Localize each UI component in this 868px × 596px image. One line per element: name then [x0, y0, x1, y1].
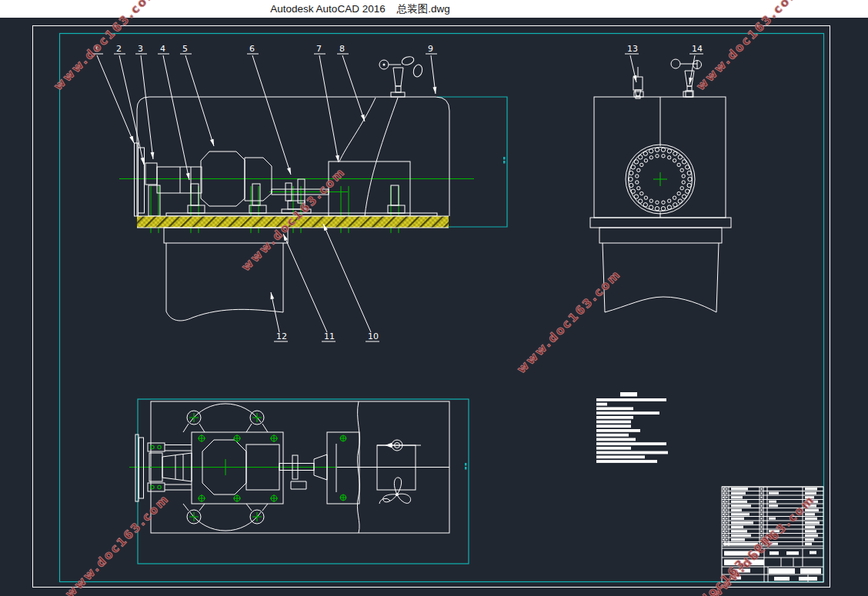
callout-label: 2	[116, 44, 122, 54]
tech-req-line	[596, 403, 607, 406]
callout-label: 10	[368, 331, 379, 341]
callout-label: 11	[324, 331, 335, 341]
cad-drawing-area[interactable]: 1234567891011121314	[0, 0, 868, 596]
antenna	[633, 67, 643, 98]
main-elevation-view	[119, 55, 474, 321]
bom-cell-text	[731, 538, 745, 541]
callout-label: 12	[276, 331, 287, 341]
center-mark	[653, 172, 667, 186]
callout-7: 7	[314, 44, 339, 162]
tech-req-title	[620, 392, 637, 397]
callout-5: 5	[180, 44, 214, 146]
bom-cell-text	[731, 534, 751, 537]
callout-12: 12	[271, 292, 289, 341]
viewport-frame-main	[437, 97, 507, 227]
bom-cell-text	[731, 488, 748, 490]
tech-req-line	[596, 416, 633, 419]
callout-label: 13	[627, 44, 638, 54]
callout-label: 5	[182, 44, 188, 54]
title-block-text	[769, 568, 795, 574]
tech-req-line	[596, 455, 645, 458]
callout-label: 4	[160, 44, 165, 54]
tech-req-line	[596, 438, 636, 441]
generator-plan	[327, 432, 359, 504]
bom-cell-text	[731, 509, 742, 511]
callout-11: 11	[283, 234, 336, 341]
technical-requirements-block	[596, 392, 668, 463]
callout-label: 6	[249, 44, 255, 54]
bom-cell-text	[724, 543, 758, 545]
title-block-text	[774, 577, 790, 581]
shaft-coupling	[272, 179, 329, 213]
title-block-text	[810, 551, 816, 554]
bom-cell-text	[731, 521, 753, 524]
bom-cell-text	[731, 496, 743, 498]
lifting-bail-bottom	[183, 504, 268, 531]
tech-req-line	[596, 411, 659, 415]
callout-6: 6	[247, 44, 291, 175]
callout-label: 3	[138, 44, 143, 54]
bedframe-rail	[166, 213, 437, 216]
wind-vane-plan	[379, 478, 411, 504]
sheet-inner-frame	[60, 34, 824, 582]
tech-req-line	[596, 425, 631, 428]
callout-label: 7	[316, 44, 322, 54]
callout-8: 8	[337, 44, 365, 122]
callout-label: 14	[692, 44, 703, 54]
window-titlebar: Autodesk AutoCAD 2016 总装图.dwg	[0, 0, 868, 18]
callout-label: 9	[428, 44, 433, 54]
base-plate-hatch	[137, 216, 449, 228]
title-block-text	[800, 568, 821, 574]
autocad-window: Autodesk AutoCAD 2016 总装图.dwg	[0, 0, 868, 596]
viewport-scale-label	[503, 157, 506, 160]
tech-req-line	[596, 447, 631, 450]
gearbox-plan	[192, 432, 283, 504]
lifting-bail-top	[183, 404, 268, 432]
title-block-text	[724, 551, 760, 556]
tower-column-side	[590, 218, 731, 312]
parts-list-title-block	[722, 487, 823, 582]
title-block-text	[724, 560, 764, 566]
callout-10: 10	[323, 224, 379, 341]
callout-label: 1	[94, 44, 99, 54]
title-block-text	[731, 577, 741, 580]
callout-9: 9	[426, 44, 437, 94]
bom-cell-text	[731, 513, 749, 515]
coupling-plan	[279, 454, 327, 489]
anemometer	[379, 55, 423, 97]
side-view	[590, 59, 731, 312]
tech-req-line	[596, 429, 640, 432]
callout-3: 3	[135, 44, 154, 159]
tech-req-line	[596, 442, 666, 445]
title-block-text	[799, 577, 817, 581]
title-block-text	[770, 551, 779, 555]
cable-duct	[339, 98, 398, 216]
window-title: Autodesk AutoCAD 2016 总装图.dwg	[270, 2, 449, 16]
callout-2: 2	[114, 44, 144, 165]
callout-label: 8	[339, 44, 345, 54]
bom-cell-text	[731, 492, 746, 494]
tech-req-line	[596, 407, 633, 410]
bom-cell-text	[731, 526, 743, 528]
bom-cell-text	[731, 501, 747, 503]
main-bearing-housing	[157, 167, 202, 193]
tech-req-line	[596, 434, 629, 437]
tech-req-line	[596, 398, 666, 401]
rotor-flange	[626, 145, 695, 214]
plan-view	[129, 401, 449, 533]
hub-plates-plan	[135, 435, 192, 501]
callout-4: 4	[158, 44, 190, 180]
title-block-text	[786, 551, 799, 555]
viewport-scale-label	[465, 463, 467, 466]
bom-cell-text	[731, 504, 751, 507]
mounting-bolts	[166, 184, 437, 216]
title-block-text	[733, 569, 750, 573]
bom-cell-text	[731, 518, 744, 520]
tech-req-line	[596, 451, 668, 454]
rotor-hub	[135, 143, 161, 216]
sheet-outer-frame	[33, 26, 830, 588]
anemometer-plan	[377, 440, 421, 504]
tech-req-line	[596, 460, 657, 463]
tech-req-line	[596, 421, 631, 424]
tower-column-front	[164, 228, 288, 321]
